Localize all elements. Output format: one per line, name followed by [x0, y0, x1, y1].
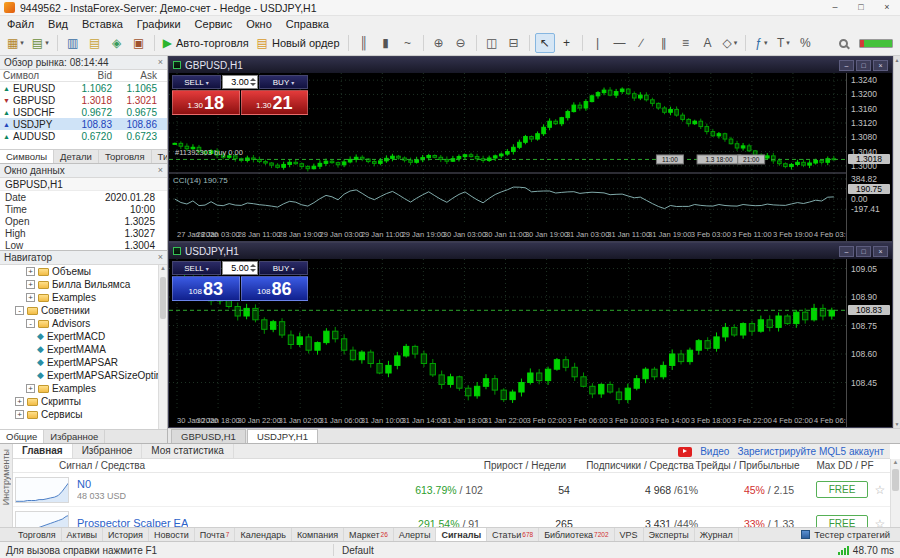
signals-column-header[interactable]: Прирост / Недели — [465, 460, 585, 471]
signal-name-link[interactable]: N0 — [77, 478, 126, 491]
scroll-up-icon[interactable]: ▲ — [160, 265, 166, 271]
profile-selector[interactable]: Default — [342, 545, 432, 556]
tree-expander-icon[interactable]: + — [15, 397, 24, 406]
tree-expander-icon[interactable]: + — [26, 293, 35, 302]
market-watch-tab-0[interactable]: Символы — [0, 150, 54, 163]
sell-dropdown-button[interactable]: SELL ▾ — [172, 75, 221, 89]
tree-expander-icon[interactable]: + — [26, 384, 35, 393]
navigator-toggle[interactable]: ◈ — [107, 33, 127, 53]
star-icon[interactable]: ☆ — [875, 483, 886, 497]
bottom-tab-12[interactable]: VPS — [615, 528, 644, 541]
signal-row[interactable]: N048 033 USD613.79% / 102544 968 /61%45%… — [13, 473, 890, 507]
chart-body[interactable]: 27 Jan 202028 Jan 03:0028 Jan 11:0028 Ja… — [169, 73, 892, 241]
navigator-item[interactable]: ◆ExpertMAPSARSizeOptim... — [0, 369, 158, 382]
chart-restore-button[interactable]: □ — [856, 246, 871, 257]
navigator-item[interactable]: ◆ExpertMACD — [0, 330, 158, 343]
bottom-tab-10[interactable]: Статьи678 — [487, 528, 539, 541]
indicators-button[interactable]: ƒ▾ — [751, 33, 771, 53]
sell-button[interactable]: 1.30 18 — [172, 90, 240, 115]
market-watch-row[interactable]: ▲USDJPY108.83108.86 — [0, 118, 167, 130]
sell-button[interactable]: 108 83 — [172, 276, 240, 301]
navigator-tab-0[interactable]: Общие — [0, 430, 44, 443]
tree-expander-icon[interactable]: + — [26, 280, 35, 289]
chart-tab-0[interactable]: GBPUSD,H1 — [171, 429, 246, 443]
tile-windows-button[interactable]: ◫ — [482, 33, 502, 53]
buy-button[interactable]: 108 86 — [241, 276, 309, 301]
menu-item-1[interactable]: Вид — [41, 18, 75, 30]
bottom-tab-2[interactable]: История — [103, 528, 149, 541]
bottom-tab-7[interactable]: Маркет26 — [344, 528, 394, 541]
tree-expander-icon[interactable]: + — [15, 410, 24, 419]
bars-chart-button[interactable]: ║ — [354, 33, 374, 53]
market-watch-tab-2[interactable]: Торговля — [99, 150, 152, 163]
sell-dropdown-button[interactable]: SELL ▾ — [172, 261, 221, 275]
new-order-button[interactable]: ▤Новый ордер — [254, 33, 343, 53]
navigator-item[interactable]: +Билла Вильямса — [0, 278, 158, 291]
tree-expander-icon[interactable]: - — [26, 319, 35, 328]
tree-expander-icon[interactable]: - — [15, 306, 24, 315]
navigator-item[interactable]: +Объемы — [0, 265, 158, 278]
charts-scrollbar[interactable]: ▲ ▼ — [893, 56, 900, 428]
maximize-button[interactable]: □ — [848, 0, 874, 15]
zoom-out-button[interactable]: ⊖ — [451, 33, 471, 53]
volume-input[interactable]: 5.00 — [222, 261, 258, 275]
chart-close-button[interactable]: × — [873, 60, 888, 71]
chart-minimize-button[interactable]: – — [839, 60, 854, 71]
strategy-tester-link[interactable]: Тестер стратегий — [801, 529, 900, 540]
chart-tab-1[interactable]: USDJPY,H1 — [247, 429, 318, 443]
scroll-down-icon[interactable]: ▼ — [895, 421, 900, 427]
scroll-thumb[interactable] — [892, 469, 899, 491]
autotrade-button[interactable]: ▶Авто-торговля — [160, 33, 252, 53]
signal-name-link[interactable]: Prospector Scalper EA — [77, 517, 188, 527]
navigator-item[interactable]: +Скрипты — [0, 395, 158, 408]
buy-button[interactable]: 1.30 21 — [241, 90, 309, 115]
close-panel-icon[interactable]: × — [158, 253, 163, 262]
arrange-windows-button[interactable]: ⊟ — [504, 33, 524, 53]
navigator-item[interactable]: ◆ExpertMAMA — [0, 343, 158, 356]
close-button[interactable]: × — [874, 0, 900, 15]
data-window-toggle[interactable]: ▤ — [85, 33, 105, 53]
toolbox-toggle[interactable]: ▣ — [129, 33, 149, 53]
bottom-tab-0[interactable]: Торговля — [13, 528, 62, 541]
star-icon[interactable]: ☆ — [875, 517, 886, 528]
navigator-item[interactable]: -Advisors — [0, 317, 158, 330]
market-watch-tab-3[interactable]: Тик — [152, 150, 167, 163]
signals-column-header[interactable]: Подписчики / Средства — [585, 460, 695, 471]
search-icon[interactable] — [839, 39, 848, 48]
menu-item-0[interactable]: Файл — [0, 18, 41, 30]
market-watch-tab-1[interactable]: Детали — [54, 150, 99, 163]
crosshair-button[interactable]: + — [557, 33, 577, 53]
market-watch-row[interactable]: ▲USDCHF0.96720.9675 — [0, 106, 167, 118]
signals-scrollbar[interactable]: ▲ — [890, 459, 900, 527]
volume-input[interactable]: 3.00 — [222, 75, 258, 89]
bottom-tab-14[interactable]: Журнал — [695, 528, 739, 541]
bottom-tab-3[interactable]: Новости — [149, 528, 195, 541]
toolbox-tab-1[interactable]: Избранное — [73, 443, 143, 458]
chart-window-gbpusd[interactable]: GBPUSD,H1 – □ × 27 Jan 202028 Jan 03:002… — [168, 56, 893, 242]
buy-dropdown-button[interactable]: BUY ▾ — [259, 261, 308, 275]
scroll-thumb[interactable] — [160, 277, 166, 319]
buy-dropdown-button[interactable]: BUY ▾ — [259, 75, 308, 89]
chart-restore-button[interactable]: □ — [856, 60, 871, 71]
close-panel-icon[interactable]: × — [158, 166, 163, 175]
cursor-button[interactable]: ↖ — [535, 33, 555, 53]
navigator-scrollbar[interactable]: ▲ — [158, 265, 167, 429]
mql5-register-link[interactable]: Зарегистрируйте MQL5 аккаунт — [737, 446, 884, 457]
vertical-line-button[interactable]: | — [588, 33, 608, 53]
volume-spinner-icon[interactable] — [249, 263, 256, 273]
navigator-tab-1[interactable]: Избранное — [44, 430, 105, 443]
timeframes-button[interactable]: Т▾ — [773, 33, 793, 53]
signals-column-header[interactable]: Max DD / PF — [800, 460, 890, 471]
free-button[interactable]: FREE — [816, 515, 869, 527]
scroll-up-icon[interactable]: ▲ — [893, 459, 899, 465]
trendline-button[interactable]: ∕ — [632, 33, 652, 53]
toolbox-tab-2[interactable]: Моя статистика — [142, 443, 234, 458]
signal-row[interactable]: Prospector Scalper EA291.54% / 912653 43… — [13, 507, 890, 527]
toolbox-tab-0[interactable]: Главная — [13, 443, 73, 458]
menu-item-4[interactable]: Сервис — [188, 18, 240, 30]
market-watch-row[interactable]: ▲EURUSD1.10621.1065 — [0, 82, 167, 94]
navigator-item[interactable]: +Сервисы — [0, 408, 158, 421]
zoom-in-button[interactable]: ⊕ — [429, 33, 449, 53]
navigator-item[interactable]: -Советники — [0, 304, 158, 317]
navigator-item[interactable]: ◆ExpertMAPSAR — [0, 356, 158, 369]
